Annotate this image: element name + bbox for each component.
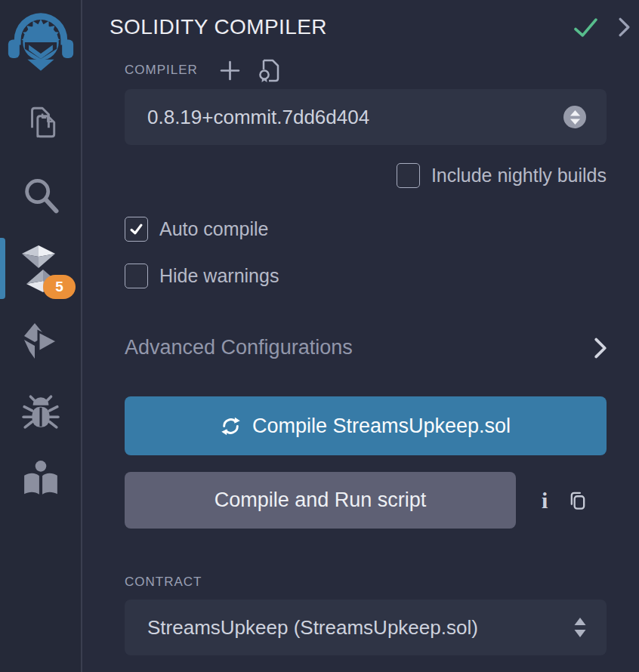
auto-compile-checkbox[interactable] bbox=[125, 217, 148, 242]
compile-run-row: Compile and Run script i bbox=[125, 472, 607, 529]
add-custom-compiler-plus-icon[interactable] bbox=[219, 60, 241, 82]
hide-warnings-checkbox[interactable] bbox=[125, 264, 148, 288]
nightly-builds-label[interactable]: Include nightly builds bbox=[431, 165, 607, 186]
ethereum-icon bbox=[22, 322, 60, 361]
select-caret-icon bbox=[563, 106, 586, 128]
page-title: SOLIDITY COMPILER bbox=[110, 15, 327, 39]
files-icon bbox=[22, 103, 60, 141]
icon-sidebar: 5 bbox=[0, 0, 82, 672]
bug-icon bbox=[22, 393, 60, 431]
sidebar-item-deploy-run[interactable] bbox=[0, 322, 81, 361]
sidebar-item-learn[interactable] bbox=[0, 460, 81, 498]
contract-select[interactable]: StreamsUpkeep (StreamsUpkeep.sol) bbox=[125, 600, 607, 655]
compiler-version-select[interactable]: 0.8.19+commit.7dd6d404 bbox=[125, 89, 607, 145]
sidebar-item-file-explorer[interactable] bbox=[0, 103, 81, 141]
compile-button[interactable]: Compile StreamsUpkeep.sol bbox=[125, 396, 607, 455]
compiler-label-row: COMPILER bbox=[125, 61, 607, 79]
hide-warnings-row: Hide warnings bbox=[125, 264, 607, 288]
auto-compile-row: Auto compile bbox=[125, 217, 607, 242]
book-icon bbox=[23, 460, 59, 498]
remix-logo[interactable] bbox=[0, 8, 81, 71]
remix-ide-window: 5 bbox=[0, 0, 639, 672]
advanced-configurations-toggle[interactable]: Advanced Configurations bbox=[125, 336, 607, 359]
file-award-icon[interactable] bbox=[258, 58, 281, 83]
advanced-chevron-right-icon bbox=[594, 338, 607, 359]
sidebar-item-search[interactable] bbox=[0, 176, 81, 217]
nightly-builds-row: Include nightly builds bbox=[125, 163, 607, 188]
info-icon[interactable]: i bbox=[542, 489, 548, 512]
compile-and-run-label: Compile and Run script bbox=[215, 489, 427, 512]
copy-icon[interactable] bbox=[568, 490, 587, 511]
panel-header: SOLIDITY COMPILER bbox=[110, 15, 630, 39]
compiler-version-value: 0.8.19+commit.7dd6d404 bbox=[147, 106, 369, 129]
contract-label: CONTRACT bbox=[125, 575, 202, 590]
refresh-icon bbox=[221, 416, 241, 436]
auto-compile-label[interactable]: Auto compile bbox=[159, 218, 269, 240]
compile-and-run-button[interactable]: Compile and Run script bbox=[125, 472, 516, 529]
compiler-label: COMPILER bbox=[125, 63, 198, 78]
hide-warnings-label[interactable]: Hide warnings bbox=[159, 265, 279, 287]
remix-logo-icon bbox=[8, 8, 74, 71]
compile-success-check-icon bbox=[574, 17, 597, 38]
solidity-compiler-panel: SOLIDITY COMPILER COMPILER bbox=[82, 0, 639, 672]
contract-label-row: CONTRACT bbox=[125, 574, 607, 590]
compile-button-label: Compile StreamsUpkeep.sol bbox=[252, 415, 511, 438]
collapse-chevron-right-icon[interactable] bbox=[619, 17, 630, 37]
search-icon bbox=[21, 176, 60, 217]
contract-select-caret-icon bbox=[574, 618, 586, 637]
sidebar-item-debugger[interactable] bbox=[0, 393, 81, 431]
contract-select-value: StreamsUpkeep (StreamsUpkeep.sol) bbox=[147, 616, 478, 640]
nightly-builds-checkbox[interactable] bbox=[397, 163, 420, 188]
advanced-configurations-label: Advanced Configurations bbox=[125, 336, 353, 359]
compiler-error-badge: 5 bbox=[43, 275, 76, 299]
